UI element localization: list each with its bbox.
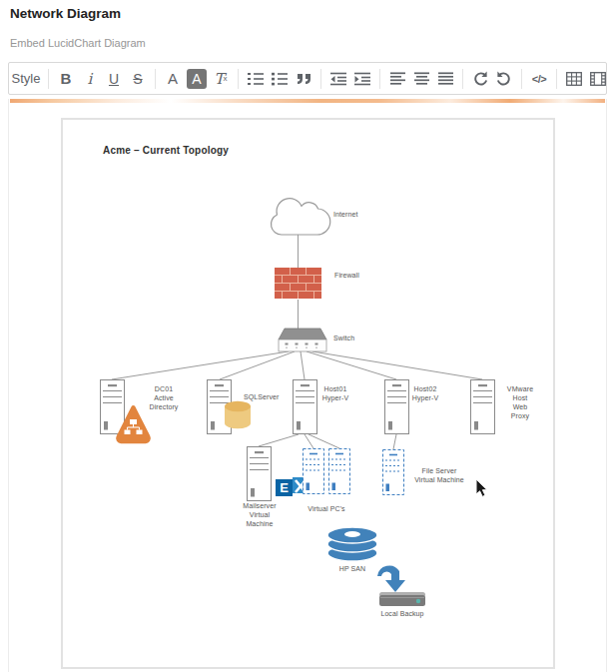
server-mailserver-icon <box>248 447 272 501</box>
node-label-mailserver: Mailserver Virtual Machine <box>243 501 276 528</box>
node-label-switch: Switch <box>333 334 354 342</box>
align-center-button[interactable] <box>409 67 433 91</box>
embedded-diagram[interactable]: Acme – Current Topology <box>61 118 555 669</box>
server-vmware-icon <box>471 380 495 434</box>
underline-button[interactable]: U <box>102 67 126 91</box>
bullet-list-icon <box>272 72 288 86</box>
san-storage-icon <box>327 527 377 561</box>
align-left-icon <box>390 72 405 85</box>
rich-text-toolbar: Style B i U S A A Tx <box>8 62 607 95</box>
node-label-host01: Host01 Hyper-V <box>322 384 348 402</box>
strikethrough-button[interactable]: S <box>126 67 150 91</box>
node-label-host02: Host02 Hyper-V <box>412 384 438 402</box>
node-label-vmware: VMware Host Web Proxy <box>504 384 537 420</box>
virtual-pc2-icon <box>329 449 350 494</box>
field-label: Embed LucidChart Diagram <box>10 37 146 49</box>
node-label-dc01: DC01 Active Directory <box>150 384 179 411</box>
exchange-letter: E <box>280 480 289 495</box>
undo-icon <box>472 71 488 86</box>
align-left-button[interactable] <box>385 67 409 91</box>
toolbar-divider <box>48 69 49 89</box>
align-justify-button[interactable] <box>433 67 457 91</box>
switch-icon <box>279 329 326 351</box>
mouse-cursor <box>476 479 487 496</box>
background-color-swatch: A <box>187 69 207 89</box>
clear-formatting-button[interactable]: Tx <box>209 67 233 91</box>
bold-button[interactable]: B <box>54 67 78 91</box>
background-color-button[interactable]: A <box>185 67 209 91</box>
redo-button[interactable] <box>492 67 516 91</box>
database-cylinder-icon <box>225 401 251 428</box>
node-label-local-backup: Local Backup <box>380 609 423 618</box>
align-justify-icon <box>438 72 453 85</box>
font-color-button[interactable]: A <box>161 67 185 91</box>
redo-icon <box>496 71 512 86</box>
insert-table-button[interactable] <box>562 67 586 91</box>
insert-video-button[interactable] <box>586 67 610 91</box>
node-label-fileserver: File Server Virtual Machine <box>414 466 464 484</box>
style-dropdown[interactable]: Style <box>15 67 43 91</box>
node-label-firewall: Firewall <box>334 271 359 280</box>
toolbar-divider <box>556 69 557 89</box>
undo-button[interactable] <box>468 67 492 91</box>
internet-cloud-icon <box>271 199 329 235</box>
quote-icon <box>297 73 311 85</box>
server-dc01-icon <box>101 380 125 434</box>
clear-formatting-x: x <box>224 74 228 83</box>
indent-button[interactable] <box>350 67 374 91</box>
toolbar-divider <box>521 69 522 89</box>
blockquote-button[interactable] <box>292 67 315 91</box>
server-host01-icon <box>294 380 317 434</box>
node-label-sqlserver: SQLServer <box>244 392 280 401</box>
toolbar-divider <box>379 69 380 89</box>
backup-arrow-icon <box>377 565 405 592</box>
node-label-internet: Internet <box>333 210 358 219</box>
video-icon <box>590 72 606 86</box>
table-icon <box>566 72 582 86</box>
indent-icon <box>354 72 370 86</box>
node-label-virtual-pcs: Virtual PC's <box>308 504 344 513</box>
style-dropdown-label: Style <box>12 71 41 86</box>
server-host02-icon <box>385 380 409 434</box>
page-title: Network Diagram <box>10 6 121 21</box>
toolbar-divider <box>155 69 156 89</box>
firewall-icon <box>275 268 321 299</box>
code-view-button[interactable]: </> <box>527 67 551 91</box>
virtual-pc1-icon <box>304 449 324 494</box>
editor-content[interactable]: Acme – Current Topology <box>8 99 607 672</box>
backup-drive-icon <box>379 592 425 606</box>
bullet-list-button[interactable] <box>268 67 292 91</box>
outdent-icon <box>330 72 346 86</box>
toolbar-divider <box>238 69 239 89</box>
selection-highlight-bar <box>10 99 605 103</box>
diagram-canvas: E <box>63 120 549 663</box>
ordered-list-button[interactable] <box>244 67 268 91</box>
outdent-button[interactable] <box>326 67 350 91</box>
node-label-hp-san: HP SAN <box>339 564 366 573</box>
ordered-list-icon <box>248 72 264 86</box>
toolbar-divider <box>320 69 321 89</box>
align-center-icon <box>414 72 429 85</box>
toolbar-divider <box>462 69 463 89</box>
italic-button[interactable]: i <box>78 67 102 91</box>
fileserver-vm-icon <box>383 450 404 495</box>
editor-page: Network Diagram Embed LucidChart Diagram… <box>0 0 616 672</box>
